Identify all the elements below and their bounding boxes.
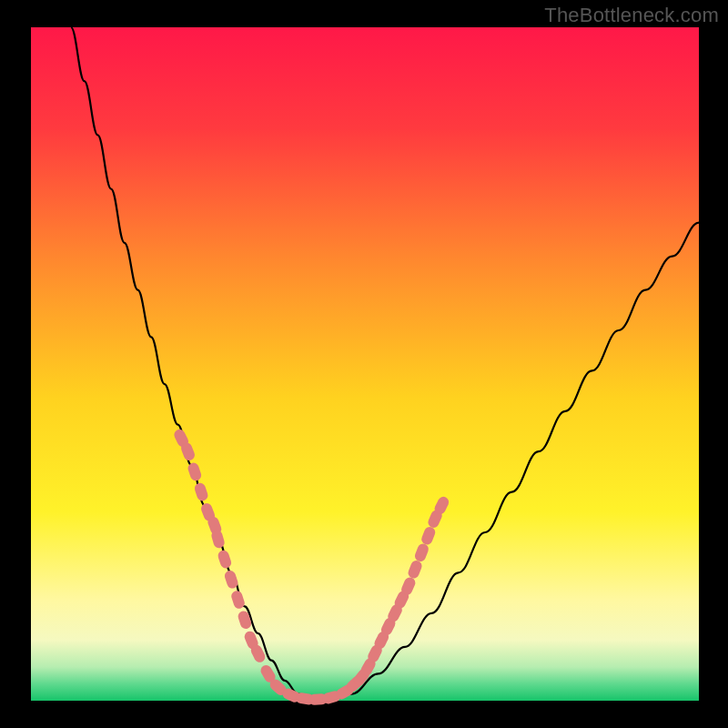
bottleneck-chart [0,0,728,728]
watermark-text: TheBottleneck.com [544,4,719,27]
